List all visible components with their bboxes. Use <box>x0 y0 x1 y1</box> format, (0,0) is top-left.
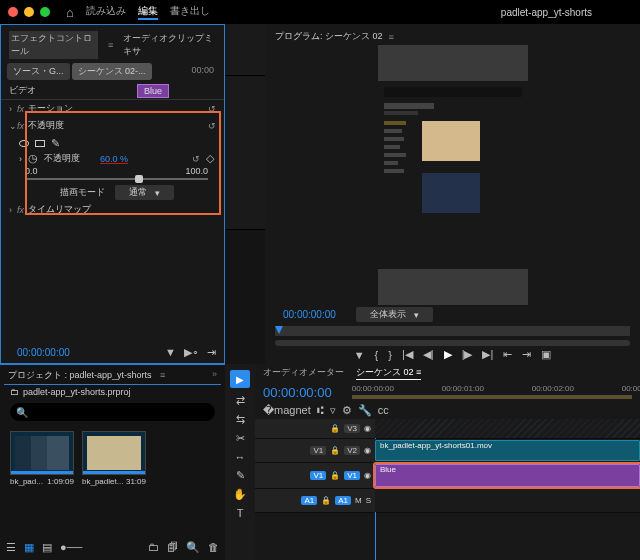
playhead-icon[interactable] <box>275 326 283 334</box>
slider-min: 0.0 <box>25 166 38 176</box>
reset-icon[interactable]: ↺ <box>192 154 200 164</box>
program-preview[interactable] <box>378 45 528 305</box>
razor-tool-icon[interactable]: ✂ <box>236 432 245 445</box>
goto-in-icon[interactable]: |◀ <box>402 348 413 361</box>
opacity-slider[interactable] <box>25 178 208 180</box>
lift-icon[interactable]: ⇤ <box>503 348 512 361</box>
step-icon[interactable]: ▶∘ <box>184 346 199 359</box>
bin-item[interactable]: bk_padlet...31:09 <box>82 431 146 486</box>
track-select-tool-icon[interactable]: ⇄ <box>236 394 245 407</box>
zoom-slider-icon[interactable]: ●── <box>60 541 82 554</box>
stopwatch-icon[interactable]: ◷ <box>28 152 38 165</box>
timeline-tracks: 🔒V3◉ V1🔒V2◉ bk_padlet-app_yt-shorts01.mo… <box>255 419 640 560</box>
selection-tool-icon[interactable]: ▶ <box>230 370 250 388</box>
program-timecode[interactable]: 00:00:00:00 <box>275 309 344 320</box>
track-v1: V1🔒V1◉ Blue <box>255 463 640 489</box>
program-ruler[interactable] <box>275 326 630 336</box>
close-window-dot[interactable] <box>8 7 18 17</box>
step-back-icon[interactable]: ◀| <box>423 348 434 361</box>
eye-icon[interactable]: ◉ <box>364 424 371 433</box>
list-view-icon[interactable]: ☰ <box>6 541 16 554</box>
snap-icon[interactable]: �magnet <box>263 404 311 417</box>
effect-timeremap[interactable]: ›fx タイムリマップ <box>1 201 224 218</box>
ws-import[interactable]: 読み込み <box>86 4 126 20</box>
type-tool-icon[interactable]: T <box>237 507 244 519</box>
max-window-dot[interactable] <box>40 7 50 17</box>
eye-icon[interactable]: ◉ <box>364 446 371 455</box>
zoom-fit-dropdown[interactable]: 全体表示▾ <box>356 307 433 322</box>
lock-icon[interactable]: 🔒 <box>330 446 340 455</box>
source-clip-chip[interactable]: Blue <box>137 84 169 98</box>
goto-out-icon[interactable]: ▶| <box>482 348 493 361</box>
add-marker-icon[interactable]: ▼ <box>354 349 365 361</box>
pen-icon[interactable]: ✎ <box>51 137 60 150</box>
effects-timecode[interactable]: 00:00:00:00 <box>9 347 78 358</box>
titlebar: ⌂ 読み込み 編集 書き出し padlet-app_yt-shorts <box>0 0 640 24</box>
mask-rect-icon[interactable] <box>35 140 45 147</box>
timeline-timecode[interactable]: 00:00:00:00 <box>263 385 332 400</box>
effect-opacity[interactable]: ⌄fx 不透明度 ↺ <box>1 117 224 134</box>
ws-edit[interactable]: 編集 <box>138 4 158 20</box>
search-icon[interactable]: 🔍 <box>186 541 200 554</box>
source-tab[interactable]: ソース・G... <box>7 63 70 80</box>
keyframe-icon[interactable]: ◇ <box>206 152 214 165</box>
panel-menu-icon[interactable]: ≡ <box>389 32 394 42</box>
program-header: プログラム: シーケンス 02 <box>275 30 383 43</box>
mark-out-icon[interactable]: } <box>388 349 392 361</box>
panel-menu-icon[interactable]: ≡ <box>160 370 165 380</box>
pen-tool-icon[interactable]: ✎ <box>236 469 245 482</box>
link-icon[interactable]: ⑆ <box>317 404 324 417</box>
blend-mode-dropdown[interactable]: 通常▾ <box>115 185 174 200</box>
extract-icon[interactable]: ⇥ <box>522 348 531 361</box>
opacity-value[interactable]: 60.0 % <box>100 154 128 164</box>
lock-icon[interactable]: 🔒 <box>330 471 340 480</box>
ws-export[interactable]: 書き出し <box>170 4 210 20</box>
bin-item[interactable]: bk_pad...1:09:09 <box>10 431 74 486</box>
program-monitor-panel: プログラム: シーケンス 02 ≡ <box>265 24 640 364</box>
reset-icon[interactable]: ↺ <box>208 104 216 114</box>
settings-icon[interactable]: ⚙ <box>342 404 352 417</box>
clip-video2[interactable]: bk_padlet-app_yt-shorts01.mov <box>375 440 640 461</box>
lock-icon[interactable]: 🔒 <box>321 496 331 505</box>
tab-sequence[interactable]: シーケンス 02 ≡ <box>356 366 421 380</box>
source-tc: 00:00 <box>187 63 218 80</box>
trash-icon[interactable]: 🗑 <box>208 541 219 554</box>
lock-icon[interactable]: 🔒 <box>330 424 340 433</box>
workspace-menu: 読み込み 編集 書き出し <box>86 4 210 20</box>
export-icon[interactable]: ⇥ <box>207 346 216 359</box>
min-window-dot[interactable] <box>24 7 34 17</box>
new-bin-icon[interactable]: 🗀 <box>148 541 159 554</box>
panel-menu-icon[interactable]: ≡ <box>108 40 113 50</box>
tab-audio-mixer[interactable]: オーディオクリップミキサ <box>123 32 216 58</box>
slider-thumb[interactable] <box>135 175 143 183</box>
new-item-icon[interactable]: 🗐 <box>167 541 178 554</box>
cc-icon[interactable]: cc <box>378 404 389 417</box>
project-panel-header[interactable]: プロジェクト : padlet-app_yt-shorts <box>8 370 152 380</box>
home-icon[interactable]: ⌂ <box>66 5 74 20</box>
clip-video1-blue[interactable]: Blue <box>375 464 640 487</box>
play-icon[interactable]: ▶ <box>444 348 452 361</box>
tab-audio-meter[interactable]: オーディオメーター <box>263 366 344 380</box>
icon-view-icon[interactable]: ▦ <box>24 541 34 554</box>
export-frame-icon[interactable]: ▣ <box>541 348 551 361</box>
freeform-icon[interactable]: ▤ <box>42 541 52 554</box>
project-title: padlet-app_yt-shorts <box>501 7 592 18</box>
hand-tool-icon[interactable]: ✋ <box>233 488 247 501</box>
tab-effect-controls[interactable]: エフェクトコントロール <box>9 31 98 59</box>
step-fwd-icon[interactable]: |▶ <box>462 348 473 361</box>
effect-motion[interactable]: ›fx モーション ↺ <box>1 100 224 117</box>
timeline-ruler[interactable]: 00:00:00:00 00:00:01:00 00:00:02:00 00:0… <box>352 384 632 400</box>
funnel-icon[interactable]: ▼ <box>165 346 176 359</box>
wrench-icon[interactable]: 🔧 <box>358 404 372 417</box>
slip-tool-icon[interactable]: ↔ <box>235 451 246 463</box>
eye-icon[interactable]: ◉ <box>364 471 371 480</box>
marker-icon[interactable]: ▿ <box>330 404 336 417</box>
project-search[interactable]: 🔍 <box>10 403 215 421</box>
sequence-tab[interactable]: シーケンス 02-... <box>72 63 152 80</box>
mark-in-icon[interactable]: { <box>375 349 379 361</box>
ripple-tool-icon[interactable]: ⇆ <box>236 413 245 426</box>
effect-controls-panel: エフェクトコントロール ≡ オーディオクリップミキサ ソース・G... シーケン… <box>0 24 225 364</box>
search-icon: 🔍 <box>16 407 28 418</box>
reset-icon[interactable]: ↺ <box>208 121 216 131</box>
mask-ellipse-icon[interactable] <box>19 140 29 147</box>
